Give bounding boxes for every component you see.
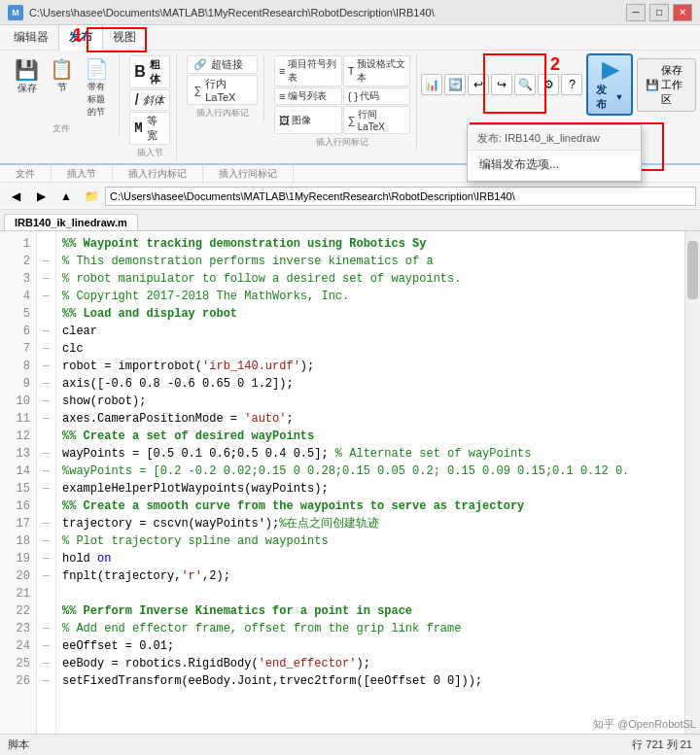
toolbar-icon-3[interactable]: ↩ [468,74,489,95]
dash-19: — [37,550,55,567]
dropdown-header: 发布: IRB140_ik_linedraw [468,127,641,151]
image-button[interactable]: 🖼 图像 [274,106,342,134]
dash-9: — [37,375,55,393]
toolbar-icon-7[interactable]: ? [561,74,582,95]
section-button[interactable]: 📋 节 [46,55,78,120]
code-line-8: robot = importrobot('irb_140.urdf'); [62,358,679,375]
preformat-label: 预设格式文本 [357,57,406,85]
section-label: 节 [57,81,67,94]
status-position: 行 721 列 21 [632,738,692,752]
insert-inline-group: 🔗 超链接 ∑ 行内 LaTeX 插入行内标记 [181,53,264,121]
close-button[interactable]: ✕ [673,4,692,21]
menu-editor[interactable]: 编辑器 [4,25,58,50]
preformat-button[interactable]: T 预设格式文本 [343,55,411,86]
up-button[interactable]: ▲ [54,186,78,207]
editor-area: 1 2 3 4 5 6 7 8 9 10 11 12 13 14 15 16 1… [0,231,700,741]
dash-12 [37,428,55,445]
insert-section-label: 插入节 [137,147,163,159]
block-latex-button[interactable]: ∑ 行间 LaTeX [343,106,411,134]
toolbar-icon-4[interactable]: ↪ [491,74,512,95]
dash-10: — [37,393,55,410]
ln-13: 13 [0,445,36,463]
code-line-25: eeBody = robotics.RigidBody('end_effecto… [62,655,679,672]
dash-23: — [37,620,55,637]
hyperlink-button[interactable]: 🔗 超链接 [187,55,258,74]
bullet-list-button[interactable]: ≡ 编号列表 [274,87,342,105]
bold-icon: B [134,63,146,81]
dash-18: — [37,532,55,550]
ln-14: 14 [0,463,36,480]
dash-1 [37,235,55,253]
save-workspace-button[interactable]: 💾 保存 工作区 [637,58,696,112]
dash-24: — [37,637,55,655]
maximize-button[interactable]: □ [649,4,669,21]
hyperlink-label: 超链接 [211,57,243,72]
publish-label-row: 发布 ▼ [596,83,623,112]
ln-4: 4 [0,288,36,305]
ln-10: 10 [0,393,36,410]
scrollbar-thumb[interactable] [687,241,698,299]
ln-24: 24 [0,637,36,655]
save-button[interactable]: 💾 保存 [10,55,44,120]
code-line-6: clear [62,323,679,340]
menu-view[interactable]: 视图 [103,25,146,50]
titled-section-button[interactable]: 📄 带有标题的节 [80,55,113,120]
numbered-list-icon: ≡ [279,65,285,77]
dash-3: — [37,270,55,288]
toolbar-icon-5[interactable]: 🔍 [514,74,536,95]
code-button[interactable]: { } 代码 [343,87,411,105]
toolbar-icon-1[interactable]: 📊 [421,74,442,95]
italic-button[interactable]: I 斜体 [129,89,170,111]
numbered-list-button[interactable]: ≡ 项目符号列表 [274,55,342,86]
main-window: M C:\Users\hasee\Documents\MATLAB\1MyRec… [0,0,700,755]
save-label: 保存 [18,82,37,95]
dash-2: — [37,253,55,270]
toolbar-icon-6[interactable]: ⚙ [538,74,559,95]
insert-section-group: B 粗体 I 斜体 M 等宽 插入节 [123,53,177,161]
code-line-20: fnplt(trajectory,'r',2); [62,567,679,585]
numbered-list-label: 项目符号列表 [288,57,337,85]
toolbar-icon-2[interactable]: 🔄 [444,74,466,95]
browse-button[interactable]: 📁 [80,186,103,207]
line-numbers: 1 2 3 4 5 6 7 8 9 10 11 12 13 14 15 16 1… [0,231,37,741]
ln-7: 7 [0,340,36,358]
path-text: C:\Users\hasee\Documents\MATLAB\1MyRecen… [110,190,515,202]
publish-dropdown-arrow: ▼ [615,92,624,102]
code-line-7: clc [62,340,679,358]
code-line-3: % robot manipulator to follow a desired … [62,270,679,288]
dash-11: — [37,410,55,428]
publish-button[interactable]: ▶ 发布 ▼ [586,53,633,116]
block-latex-label: 行间 LaTeX [358,108,406,132]
code-line-11: axes.CameraPositionMode = 'auto'; [62,410,679,428]
label-number-1: 1 [73,25,83,46]
forward-button[interactable]: ▶ [29,186,52,207]
inline-latex-button[interactable]: ∑ 行内 LaTeX [187,75,258,105]
save-workspace-icon: 💾 [646,79,659,91]
dash-4: — [37,288,55,305]
mono-button[interactable]: M 等宽 [129,112,170,145]
image-label: 图像 [292,114,311,127]
minimize-button[interactable]: ─ [626,4,646,21]
code-line-10: show(robot); [62,393,679,410]
code-line-23: % Add end effector frame, offset from th… [62,620,679,637]
save-workspace-label: 保存 工作区 [661,63,687,107]
dash-20: — [37,567,55,585]
ln-25: 25 [0,655,36,672]
ln-11: 11 [0,410,36,428]
edit-publish-options[interactable]: 编辑发布选项... [468,151,641,179]
text-format-buttons: B 粗体 I 斜体 M 等宽 [129,55,170,145]
ln-2: 2 [0,253,36,270]
editor-tab[interactable]: IRB140_ik_linedraw.m [4,214,138,230]
dash-16 [37,498,55,515]
code-editor[interactable]: %% Waypoint tracking demonstration using… [56,231,684,741]
bold-button[interactable]: B 粗体 [129,55,170,88]
vertical-scrollbar[interactable] [684,231,700,741]
back-button[interactable]: ◀ [4,186,27,207]
code-line-24: eeOffset = 0.01; [62,637,679,655]
code-line-2: % This demonstration performs inverse ki… [62,253,679,270]
marker-buttons: ≡ 项目符号列表 T 预设格式文本 ≡ 编号列表 { } 代码 🖼 图像 [274,55,410,134]
path-bar[interactable]: C:\Users\hasee\Documents\MATLAB\1MyRecen… [105,187,696,206]
titled-section-icon: 📄 [85,57,109,81]
dash-21 [37,585,55,602]
ln-3: 3 [0,270,36,288]
